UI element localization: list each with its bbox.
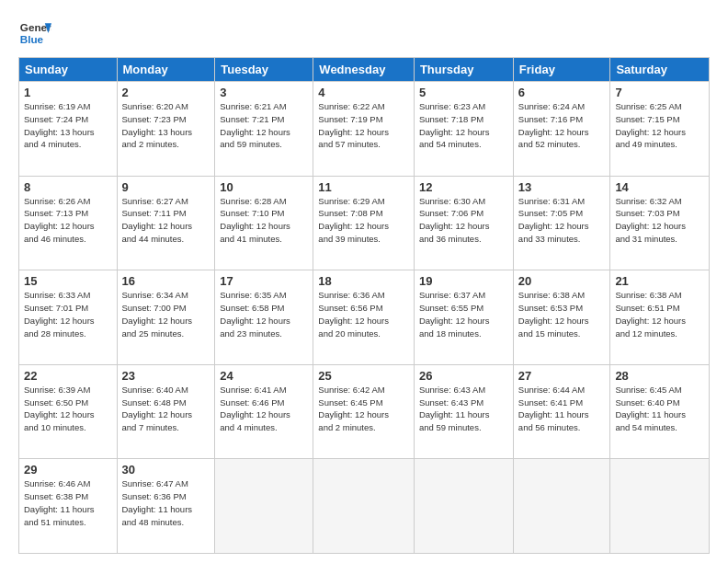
- calendar-day-cell: 12Sunrise: 6:30 AMSunset: 7:06 PMDayligh…: [414, 176, 513, 270]
- calendar-day-cell: 15Sunrise: 6:33 AMSunset: 7:01 PMDayligh…: [19, 270, 118, 365]
- calendar-week-row: 8Sunrise: 6:26 AMSunset: 7:13 PMDaylight…: [19, 176, 710, 270]
- day-detail: Sunrise: 6:43 AMSunset: 6:43 PMDaylight:…: [419, 385, 490, 432]
- day-detail: Sunrise: 6:31 AMSunset: 7:05 PMDaylight:…: [518, 196, 589, 244]
- calendar-day-cell: 13Sunrise: 6:31 AMSunset: 7:05 PMDayligh…: [513, 176, 610, 270]
- calendar-week-row: 1Sunrise: 6:19 AMSunset: 7:24 PMDaylight…: [19, 82, 710, 177]
- day-detail: Sunrise: 6:28 AMSunset: 7:10 PMDaylight:…: [220, 196, 290, 244]
- calendar-table: SundayMondayTuesdayWednesdayThursdayFrid…: [18, 57, 710, 554]
- day-detail: Sunrise: 6:45 AMSunset: 6:40 PMDaylight:…: [615, 385, 686, 432]
- calendar-day-cell: 16Sunrise: 6:34 AMSunset: 7:00 PMDayligh…: [117, 270, 215, 365]
- day-number: 25: [318, 369, 409, 383]
- calendar-day-cell: 20Sunrise: 6:38 AMSunset: 6:53 PMDayligh…: [513, 270, 610, 365]
- day-number: 7: [615, 86, 704, 99]
- calendar-day-cell: 18Sunrise: 6:36 AMSunset: 6:56 PMDayligh…: [313, 270, 415, 365]
- day-detail: Sunrise: 6:38 AMSunset: 6:53 PMDaylight:…: [518, 290, 589, 338]
- day-of-week-header: Saturday: [610, 58, 710, 82]
- day-number: 12: [419, 180, 508, 194]
- day-detail: Sunrise: 6:24 AMSunset: 7:16 PMDaylight:…: [518, 101, 589, 149]
- day-detail: Sunrise: 6:19 AMSunset: 7:24 PMDaylight:…: [24, 101, 95, 149]
- calendar-day-cell: [610, 459, 710, 554]
- calendar-day-cell: 8Sunrise: 6:26 AMSunset: 7:13 PMDaylight…: [19, 176, 118, 270]
- calendar-header-row: SundayMondayTuesdayWednesdayThursdayFrid…: [19, 58, 710, 82]
- day-detail: Sunrise: 6:34 AMSunset: 7:00 PMDaylight:…: [122, 290, 193, 338]
- day-number: 29: [24, 463, 112, 477]
- day-detail: Sunrise: 6:33 AMSunset: 7:01 PMDaylight:…: [24, 290, 95, 338]
- calendar-week-row: 29Sunrise: 6:46 AMSunset: 6:38 PMDayligh…: [19, 459, 710, 554]
- calendar-day-cell: 11Sunrise: 6:29 AMSunset: 7:08 PMDayligh…: [313, 176, 415, 270]
- calendar-day-cell: 25Sunrise: 6:42 AMSunset: 6:45 PMDayligh…: [313, 364, 415, 459]
- svg-text:Blue: Blue: [20, 33, 44, 45]
- day-detail: Sunrise: 6:21 AMSunset: 7:21 PMDaylight:…: [220, 101, 290, 149]
- calendar-day-cell: 27Sunrise: 6:44 AMSunset: 6:41 PMDayligh…: [513, 364, 610, 459]
- day-number: 10: [220, 180, 308, 194]
- calendar-day-cell: 10Sunrise: 6:28 AMSunset: 7:10 PMDayligh…: [215, 176, 313, 270]
- day-number: 1: [24, 86, 112, 99]
- day-detail: Sunrise: 6:46 AMSunset: 6:38 PMDaylight:…: [24, 478, 95, 526]
- day-number: 28: [615, 369, 704, 383]
- calendar-day-cell: [313, 459, 415, 554]
- calendar-day-cell: 2Sunrise: 6:20 AMSunset: 7:23 PMDaylight…: [117, 82, 215, 177]
- day-number: 16: [122, 274, 210, 288]
- day-number: 30: [122, 463, 210, 477]
- day-number: 22: [24, 369, 112, 383]
- day-detail: Sunrise: 6:44 AMSunset: 6:41 PMDaylight:…: [518, 385, 589, 432]
- calendar-day-cell: 17Sunrise: 6:35 AMSunset: 6:58 PMDayligh…: [215, 270, 313, 365]
- day-detail: Sunrise: 6:47 AMSunset: 6:36 PMDaylight:…: [122, 478, 193, 526]
- logo-icon: General Blue: [18, 17, 51, 50]
- calendar-day-cell: 7Sunrise: 6:25 AMSunset: 7:15 PMDaylight…: [610, 82, 710, 177]
- day-detail: Sunrise: 6:40 AMSunset: 6:48 PMDaylight:…: [122, 385, 193, 432]
- day-detail: Sunrise: 6:41 AMSunset: 6:46 PMDaylight:…: [220, 385, 290, 432]
- day-number: 13: [518, 180, 606, 194]
- day-number: 4: [318, 86, 409, 99]
- day-number: 15: [24, 274, 112, 288]
- day-number: 5: [419, 86, 508, 99]
- day-number: 17: [220, 274, 308, 288]
- day-number: 14: [615, 180, 704, 194]
- day-number: 27: [518, 369, 606, 383]
- day-detail: Sunrise: 6:37 AMSunset: 6:55 PMDaylight:…: [419, 290, 490, 338]
- calendar-day-cell: [513, 459, 610, 554]
- day-detail: Sunrise: 6:22 AMSunset: 7:19 PMDaylight:…: [318, 101, 389, 149]
- calendar-day-cell: 21Sunrise: 6:38 AMSunset: 6:51 PMDayligh…: [610, 270, 710, 365]
- day-of-week-header: Wednesday: [313, 58, 415, 82]
- calendar-day-cell: 22Sunrise: 6:39 AMSunset: 6:50 PMDayligh…: [19, 364, 118, 459]
- day-detail: Sunrise: 6:29 AMSunset: 7:08 PMDaylight:…: [318, 196, 389, 244]
- logo: General Blue: [18, 17, 51, 50]
- day-number: 18: [318, 274, 409, 288]
- calendar-day-cell: 24Sunrise: 6:41 AMSunset: 6:46 PMDayligh…: [215, 364, 313, 459]
- calendar-day-cell: [414, 459, 513, 554]
- calendar-day-cell: 4Sunrise: 6:22 AMSunset: 7:19 PMDaylight…: [313, 82, 415, 177]
- calendar-week-row: 15Sunrise: 6:33 AMSunset: 7:01 PMDayligh…: [19, 270, 710, 365]
- day-number: 6: [518, 86, 606, 99]
- day-number: 23: [122, 369, 210, 383]
- calendar-day-cell: 5Sunrise: 6:23 AMSunset: 7:18 PMDaylight…: [414, 82, 513, 177]
- day-detail: Sunrise: 6:36 AMSunset: 6:56 PMDaylight:…: [318, 290, 389, 338]
- day-detail: Sunrise: 6:38 AMSunset: 6:51 PMDaylight:…: [615, 290, 686, 338]
- day-number: 19: [419, 274, 508, 288]
- day-number: 20: [518, 274, 606, 288]
- day-detail: Sunrise: 6:39 AMSunset: 6:50 PMDaylight:…: [24, 385, 95, 432]
- day-detail: Sunrise: 6:42 AMSunset: 6:45 PMDaylight:…: [318, 385, 389, 432]
- day-number: 3: [220, 86, 308, 99]
- calendar-day-cell: 3Sunrise: 6:21 AMSunset: 7:21 PMDaylight…: [215, 82, 313, 177]
- calendar-day-cell: 28Sunrise: 6:45 AMSunset: 6:40 PMDayligh…: [610, 364, 710, 459]
- day-number: 9: [122, 180, 210, 194]
- day-of-week-header: Tuesday: [215, 58, 313, 82]
- calendar-day-cell: 19Sunrise: 6:37 AMSunset: 6:55 PMDayligh…: [414, 270, 513, 365]
- calendar-day-cell: 29Sunrise: 6:46 AMSunset: 6:38 PMDayligh…: [19, 459, 118, 554]
- day-of-week-header: Friday: [513, 58, 610, 82]
- day-number: 26: [419, 369, 508, 383]
- day-detail: Sunrise: 6:26 AMSunset: 7:13 PMDaylight:…: [24, 196, 95, 244]
- day-detail: Sunrise: 6:20 AMSunset: 7:23 PMDaylight:…: [122, 101, 193, 149]
- day-number: 8: [24, 180, 112, 194]
- day-number: 24: [220, 369, 308, 383]
- day-number: 21: [615, 274, 704, 288]
- calendar-day-cell: 23Sunrise: 6:40 AMSunset: 6:48 PMDayligh…: [117, 364, 215, 459]
- calendar-day-cell: 14Sunrise: 6:32 AMSunset: 7:03 PMDayligh…: [610, 176, 710, 270]
- calendar-day-cell: 26Sunrise: 6:43 AMSunset: 6:43 PMDayligh…: [414, 364, 513, 459]
- day-of-week-header: Sunday: [19, 58, 118, 82]
- calendar-day-cell: [215, 459, 313, 554]
- day-of-week-header: Thursday: [414, 58, 513, 82]
- day-detail: Sunrise: 6:27 AMSunset: 7:11 PMDaylight:…: [122, 196, 193, 244]
- day-of-week-header: Monday: [117, 58, 215, 82]
